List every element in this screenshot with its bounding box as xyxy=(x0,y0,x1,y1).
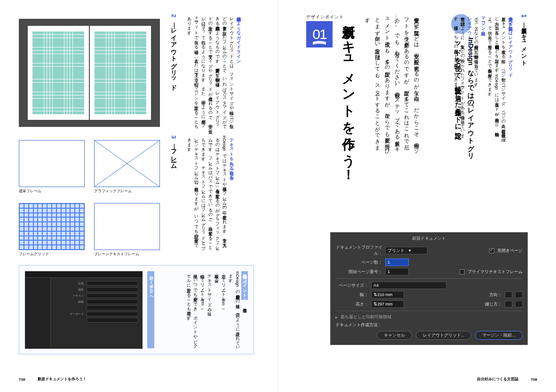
primary-text-frame-label: プライマリテキストフレーム xyxy=(468,269,523,275)
section-1-body: 文字量の多い文芸誌にはレイアウトグリッド 新規ドキュメントを作成する際に、ページ… xyxy=(453,14,514,136)
binding-ltr-icon[interactable] xyxy=(505,301,512,307)
callout-row1: 組版：歯（H） xyxy=(214,271,219,278)
binding-label: 綴じ方： xyxy=(485,301,502,307)
binding-rtl-icon[interactable] xyxy=(515,301,523,307)
creation-method-label: ドキュメント作成方法： xyxy=(335,322,382,328)
manuscript-grid-figure xyxy=(19,19,160,127)
section-3-text: InDesignではテキストや画像は「フレーム」の中に配置されます。文字を入力す… xyxy=(187,135,227,248)
new-document-dialog: 新規ドキュメント ドキュメントプロファイル： プリント ▾ 見開きページ ページ… xyxy=(330,232,528,345)
sec1-hd3: レイアウトグリッド xyxy=(467,14,472,56)
page-left: 2｜レイアウトグリッド 原稿用紙のようなガイドライン レイアウトグリッドとは、フ… xyxy=(0,0,278,392)
margin-columns-button[interactable]: マージン・段組... xyxy=(475,331,523,340)
section-1-number: 1 xyxy=(520,14,528,18)
pages-input[interactable]: 1 xyxy=(385,259,409,266)
callout-row2: テキストサイズ：級（Q） xyxy=(207,271,212,312)
callout-p2: 単位はいつでも変更ができ、ポイントやピクセルに設定することも可能です。 xyxy=(186,271,198,346)
section-3-title: フレーム xyxy=(170,145,177,166)
svg-text:01: 01 xyxy=(312,26,327,42)
manuscript-page-right xyxy=(90,26,151,120)
cancel-button[interactable]: キャンセル xyxy=(377,331,412,340)
sec1-p3: 書籍や雑誌のように、本文などの決められたフォーマットがある場合に適しています。今… xyxy=(454,14,465,136)
dialog-title: 新規ドキュメント xyxy=(335,235,523,242)
section-2-heading: 2｜レイアウトグリッド xyxy=(169,14,178,94)
facing-pages-label: 見開きページ xyxy=(497,248,523,254)
section-3-heading: 3｜フレーム xyxy=(169,135,178,187)
section-1-title: 新規ドキュメント xyxy=(521,24,527,63)
sec1-hd2: マージン・段組 xyxy=(481,14,485,28)
height-label: 高さ： xyxy=(335,301,368,307)
section-3-number: 3 xyxy=(170,135,177,139)
callout-row3: 線幅：ミリメートル（mm） xyxy=(200,271,205,306)
section-2-body: 原稿用紙のようなガイドライン レイアウトグリッドとは、フォントサイズや線幅、ペー… xyxy=(186,14,242,127)
section-2-title: レイアウトグリッド xyxy=(170,24,177,87)
units-callout: 定規 組版 テキスト 線幅 キーボード 詳しくはP.22へ 下準備のポイント！ … xyxy=(19,265,254,354)
section-2-number: 2 xyxy=(170,14,177,17)
frame-graphic: グラフィックフレーム xyxy=(94,140,160,194)
page-size-label: ページサイズ： xyxy=(335,282,368,289)
sec1-hd1: 文字量の多い文芸誌にはレイアウトグリッド xyxy=(508,14,513,75)
footer-right-title: 自分好みにつくる文芸誌 xyxy=(477,376,518,382)
intro-text: 文章量の多い文芸誌などは、文章の配置に苦戦するのが主な悩み。だからこそ、専用のソ… xyxy=(363,14,421,155)
width-label: 幅： xyxy=(335,292,368,298)
callout-link-tag: 詳しくはP.22へ xyxy=(147,271,154,348)
section-1-heading: 1｜新規ドキュメント xyxy=(520,14,528,89)
footer-left-title: 新規ドキュメントを作ろう！ xyxy=(38,376,87,382)
sec1-p1: 新規ドキュメントを作成する際に、ページ数やページサイズ、ページの向き（縦位置、横… xyxy=(488,14,506,134)
frame-types-grid: 通常フレーム グラフィックフレーム フレームグリッド プレーンテキストフレーム xyxy=(19,140,160,257)
start-page-input[interactable]: 1 xyxy=(385,268,409,275)
chapter-title: 新規ドキュメントを作ろう！ xyxy=(339,14,357,197)
profile-dropdown[interactable]: プリント ▾ xyxy=(385,247,428,254)
frame-normal: 通常フレーム xyxy=(19,140,85,194)
profile-label: ドキュメントプロファイル： xyxy=(335,244,382,257)
chapter-number-badge: 01 xyxy=(306,21,333,47)
orientation-landscape-icon[interactable] xyxy=(515,291,523,298)
callout-p1: InDesignの初期設定での単位は、以下のように設定されています。 xyxy=(228,271,240,348)
callout-row0: 定規：ミリメートル（mm） xyxy=(221,271,226,306)
pages-label: ページ数： xyxy=(335,259,382,266)
manuscript-page-left xyxy=(28,26,89,120)
section-3-subhead: テキストを入れる「箱」を作る xyxy=(229,135,234,178)
facing-pages-checkbox[interactable] xyxy=(489,248,494,253)
sec1-p2: ポスターなどの自由度の高い制作物の場合に適しています。 xyxy=(474,14,479,89)
page-size-dropdown[interactable]: A4 xyxy=(371,282,446,289)
layout-grid-button[interactable]: レイアウトグリッド... xyxy=(416,331,472,340)
frame-plain-text: プレーンテキストフレーム xyxy=(94,203,160,257)
preferences-screenshot: 定規 組版 テキスト 線幅 キーボード xyxy=(25,271,143,349)
section-2-text: レイアウトグリッドとは、フォントサイズや線幅、ページ数などの要素を設定したフレー… xyxy=(187,14,234,126)
start-page-label: 開始ページ番号： xyxy=(335,269,382,275)
bleed-disclosure[interactable]: ▸ 裁ち落としと印刷可能領域 xyxy=(335,314,523,320)
page-number-right: T08 xyxy=(531,377,537,382)
primary-text-frame-checkbox[interactable] xyxy=(460,269,465,274)
section-2-subhead: 原稿用紙のようなガイドライン xyxy=(236,14,241,61)
orientation-label: 方向： xyxy=(489,292,502,298)
orientation-portrait-icon[interactable] xyxy=(505,291,512,298)
page-right: デザインポイント 01 新規ドキュメントを作ろう！ 文章量の多い文芸誌などは、文… xyxy=(278,0,556,392)
section-3-body: テキストを入れる「箱」を作る InDesignではテキストや画像は「フレーム」の… xyxy=(186,135,235,248)
width-input[interactable]: ⇅ 210 mm xyxy=(371,291,404,298)
section-kicker: デザインポイント xyxy=(306,14,344,20)
height-input[interactable]: ⇅ 297 mm xyxy=(371,300,404,308)
frame-grid-type: フレームグリッド xyxy=(19,203,85,257)
callout-tag: 下準備のポイント！ xyxy=(241,271,248,300)
callout-text: 下準備のポイント！ 単位 InDesignの初期設定での単位は、以下のように設定… xyxy=(159,271,248,349)
page-number-left: T09 xyxy=(19,377,25,382)
